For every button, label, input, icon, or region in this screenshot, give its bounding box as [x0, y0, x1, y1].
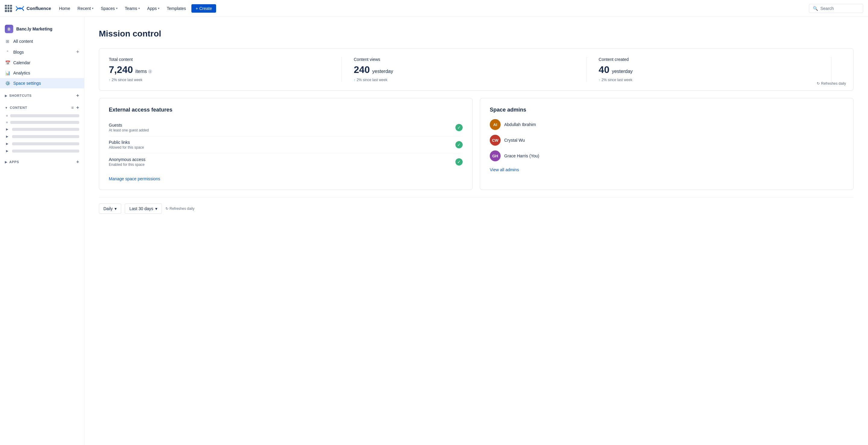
- sidebar-item-blogs[interactable]: " Blogs +: [0, 47, 84, 58]
- spaces-nav[interactable]: Spaces ▾: [98, 4, 121, 13]
- content-created-label: Content created: [598, 57, 819, 62]
- guests-desc: At least one guest added: [109, 128, 149, 132]
- content-bar: [12, 150, 79, 153]
- shortcuts-toggle[interactable]: ▶: [5, 94, 7, 97]
- section-divider: [99, 197, 854, 198]
- content-bar: [12, 142, 79, 145]
- admin-item: GH Grace Harris (You): [490, 150, 844, 161]
- list-item[interactable]: ▶: [0, 126, 84, 133]
- refresh-icon: ↻: [817, 81, 820, 86]
- content-bar: [12, 135, 79, 138]
- content-add-button[interactable]: +: [76, 105, 79, 110]
- last30-dropdown[interactable]: Last 30 days ▾: [125, 204, 161, 214]
- main-content: Mission control Total content 7,240 item…: [84, 17, 868, 445]
- sidebar-item-space-settings[interactable]: ⚙️ Space settings: [0, 78, 84, 88]
- apps-toggle[interactable]: ▶: [5, 160, 7, 164]
- space-settings-icon: ⚙️: [5, 81, 10, 86]
- content-bar: [12, 128, 79, 131]
- content-toggle[interactable]: ▼: [5, 106, 8, 110]
- space-admins-card: Space admins AI Abdullah Ibrahim CW Crys…: [480, 98, 854, 190]
- apps-add-button[interactable]: +: [76, 159, 79, 164]
- content-views-label: Content views: [354, 57, 575, 62]
- content-filter-icon[interactable]: ≡: [71, 105, 74, 110]
- item-dot: [6, 115, 8, 117]
- analytics-icon: 📊: [5, 70, 10, 76]
- home-nav[interactable]: Home: [56, 4, 73, 13]
- public-links-check-icon: ✓: [456, 141, 463, 148]
- cards-row: External access features Guests At least…: [99, 98, 854, 190]
- teams-nav[interactable]: Teams ▾: [122, 4, 143, 13]
- apps-chevron: ▾: [158, 7, 159, 10]
- item-chevron: ▶: [6, 135, 10, 138]
- sidebar-item-all-content[interactable]: ⊞ All content: [0, 36, 84, 47]
- anonymous-access-name: Anonymous access: [109, 157, 145, 162]
- daily-chevron-icon: ▾: [115, 206, 117, 211]
- external-access-card: External access features Guests At least…: [99, 98, 472, 190]
- page-title: Mission control: [99, 29, 854, 38]
- content-created-stat: Content created 40 yesterday ↑ 2% since …: [598, 57, 832, 82]
- guests-feature: Guests At least one guest added ✓: [109, 119, 463, 136]
- total-content-stat: Total content 7,240 items i ↑ 2% since l…: [109, 57, 342, 82]
- spaces-chevron: ▾: [116, 7, 118, 10]
- sidebar-item-analytics[interactable]: 📊 Analytics: [0, 68, 84, 78]
- last30-chevron-icon: ▾: [155, 206, 157, 211]
- daily-dropdown[interactable]: Daily ▾: [99, 204, 121, 214]
- confluence-logo[interactable]: Confluence: [16, 4, 51, 13]
- content-bar: [10, 114, 79, 117]
- shortcuts-header: ▶ SHORTCUTS +: [0, 91, 84, 100]
- public-links-desc: Allowed for this space: [109, 145, 144, 150]
- list-item[interactable]: [0, 119, 84, 126]
- info-icon[interactable]: i: [148, 69, 152, 73]
- content-created-value: 40 yesterday: [598, 64, 819, 76]
- stats-card: Total content 7,240 items i ↑ 2% since l…: [99, 48, 854, 91]
- content-created-change: ↑ 2% since last week: [598, 78, 819, 82]
- total-content-label: Total content: [109, 57, 330, 62]
- up-arrow-icon: ↑: [354, 78, 355, 82]
- recent-chevron: ▾: [92, 7, 93, 10]
- view-all-admins-link[interactable]: View all admins: [490, 167, 519, 172]
- space-name: Banc.ly Marketing: [16, 27, 53, 31]
- top-navigation: Confluence Home Recent ▾ Spaces ▾ Teams …: [0, 0, 868, 17]
- up-arrow-icon: ↑: [109, 78, 111, 82]
- all-content-icon: ⊞: [5, 38, 10, 44]
- avatar: AI: [490, 119, 501, 130]
- recent-nav[interactable]: Recent ▾: [74, 4, 96, 13]
- item-dot: [6, 121, 8, 123]
- apps-nav[interactable]: Apps ▾: [144, 4, 162, 13]
- admin-name: Grace Harris (You): [504, 153, 539, 158]
- anonymous-access-desc: Enabled for this space: [109, 162, 145, 167]
- refresh-icon: ↻: [165, 207, 168, 211]
- item-chevron: ▶: [6, 127, 10, 131]
- list-item[interactable]: ▶: [0, 133, 84, 140]
- search-input[interactable]: 🔍 Search: [809, 4, 863, 13]
- anonymous-access-feature: Anonymous access Enabled for this space …: [109, 153, 463, 170]
- list-item[interactable]: ▶: [0, 140, 84, 147]
- space-icon: B: [5, 25, 13, 33]
- shortcuts-add-button[interactable]: +: [76, 93, 79, 98]
- admin-list: AI Abdullah Ibrahim CW Crystal Wu GH Gra…: [490, 119, 844, 161]
- apps-section: ▶ APPS +: [0, 157, 84, 167]
- total-content-value: 7,240 items i: [109, 64, 330, 76]
- grid-icon[interactable]: [5, 5, 12, 12]
- blogs-add-icon[interactable]: +: [76, 49, 79, 55]
- guests-check-icon: ✓: [456, 124, 463, 131]
- sidebar-item-calendar[interactable]: 📅 Calendar: [0, 58, 84, 68]
- list-item[interactable]: ▶: [0, 147, 84, 155]
- bottom-controls: Daily ▾ Last 30 days ▾ ↻ Refreshes daily: [99, 204, 854, 214]
- templates-nav[interactable]: Templates: [164, 4, 189, 13]
- external-access-title: External access features: [109, 107, 463, 113]
- logo-text: Confluence: [27, 6, 51, 11]
- space-header[interactable]: B Banc.ly Marketing: [0, 22, 84, 36]
- content-section: ▼ CONTENT ≡ + ▶ ▶: [0, 103, 84, 155]
- search-icon: 🔍: [813, 6, 818, 11]
- item-chevron: ▶: [6, 142, 10, 146]
- public-links-feature: Public links Allowed for this space ✓: [109, 136, 463, 153]
- calendar-icon: 📅: [5, 60, 10, 65]
- bottom-refreshes-label: ↻ Refreshes daily: [165, 207, 195, 211]
- list-item[interactable]: [0, 113, 84, 119]
- manage-permissions-link[interactable]: Manage space permissions: [109, 176, 160, 181]
- create-button[interactable]: + Create: [191, 4, 216, 13]
- anonymous-access-check-icon: ✓: [456, 158, 463, 166]
- teams-chevron: ▾: [138, 7, 140, 10]
- public-links-name: Public links: [109, 140, 144, 145]
